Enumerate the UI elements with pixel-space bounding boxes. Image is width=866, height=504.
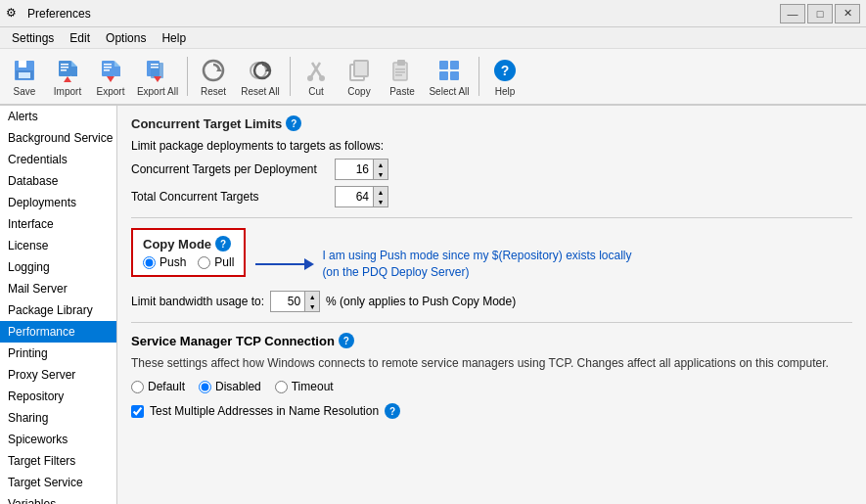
sidebar-item-variables[interactable]: Variables — [0, 493, 116, 504]
tcp-timeout-label[interactable]: Timeout — [275, 380, 334, 393]
bandwidth-row: Limit bandwidth usage to: ▲ ▼ % (only ap… — [131, 291, 852, 312]
sidebar-item-database[interactable]: Database — [0, 170, 116, 192]
sidebar-item-target-filters[interactable]: Target Filters — [0, 450, 116, 472]
export-button[interactable]: Export — [90, 52, 131, 101]
select-all-icon — [435, 57, 463, 84]
close-button[interactable]: ✕ — [835, 4, 860, 23]
svg-rect-8 — [61, 67, 68, 69]
svg-rect-15 — [104, 67, 112, 69]
sidebar-item-credentials[interactable]: Credentials — [0, 149, 116, 170]
reset-button[interactable]: Reset — [193, 52, 234, 101]
name-resolution-checkbox[interactable] — [131, 405, 144, 418]
total-concurrent-label: Total Concurrent Targets — [131, 190, 327, 204]
sidebar-item-printing[interactable]: Printing — [0, 343, 116, 364]
copy-mode-pull-radio[interactable] — [198, 256, 210, 269]
svg-rect-35 — [397, 60, 405, 66]
total-concurrent-row: Total Concurrent Targets 64 ▲ ▼ — [131, 186, 852, 207]
select-all-button[interactable]: Select All — [425, 52, 474, 101]
help-toolbar-icon: ? — [491, 57, 519, 84]
sidebar-item-logging[interactable]: Logging — [0, 256, 116, 278]
import-label: Import — [54, 86, 81, 97]
sidebar-item-background-service[interactable]: Background Service — [0, 127, 116, 149]
menu-settings[interactable]: Settings — [4, 29, 62, 47]
copy-mode-push-label[interactable]: Push — [143, 255, 186, 269]
svg-marker-17 — [107, 76, 114, 82]
sidebar-item-package-library[interactable]: Package Library — [0, 299, 116, 321]
cut-button[interactable]: Cut — [296, 52, 337, 101]
svg-rect-1 — [19, 61, 26, 68]
window-title: Preferences — [27, 7, 780, 21]
bandwidth-down[interactable]: ▼ — [305, 301, 319, 311]
menu-help[interactable]: Help — [154, 29, 194, 47]
copy-mode-help-icon[interactable]: ? — [215, 236, 231, 252]
sidebar-item-license[interactable]: License — [0, 235, 116, 256]
service-tcp-help-icon[interactable]: ? — [339, 333, 354, 348]
paste-label: Paste — [389, 86, 415, 97]
sidebar-item-spiceworks[interactable]: Spiceworks — [0, 429, 116, 450]
sidebar-item-proxy-server[interactable]: Proxy Server — [0, 364, 116, 386]
export-all-button[interactable]: Export All — [133, 52, 182, 101]
tcp-disabled-label[interactable]: Disabled — [199, 380, 261, 393]
total-concurrent-spinner[interactable]: 64 ▲ ▼ — [335, 186, 388, 207]
reset-all-label: Reset All — [241, 86, 279, 97]
svg-marker-5 — [71, 61, 77, 67]
total-concurrent-btns: ▲ ▼ — [373, 187, 387, 206]
tcp-disabled-radio[interactable] — [199, 381, 211, 393]
minimize-button[interactable]: — — [780, 4, 805, 23]
bandwidth-btns: ▲ ▼ — [304, 292, 319, 311]
sidebar-item-performance[interactable]: Performance — [0, 321, 116, 343]
import-button[interactable]: Import — [47, 52, 88, 101]
reset-label: Reset — [201, 86, 226, 97]
help-toolbar-button[interactable]: ? Help — [484, 52, 525, 101]
annotation-container: I am using Push mode since my $(Reposito… — [255, 248, 635, 281]
svg-rect-33 — [354, 61, 368, 76]
svg-rect-40 — [450, 61, 459, 69]
name-resolution-help-icon[interactable]: ? — [385, 403, 400, 419]
concurrent-per-deployment-up[interactable]: ▲ — [374, 160, 387, 169]
save-label: Save — [14, 86, 36, 97]
sidebar-item-repository[interactable]: Repository — [0, 386, 116, 407]
svg-point-30 — [307, 75, 313, 81]
arrow-line — [255, 263, 304, 265]
menu-options[interactable]: Options — [98, 29, 154, 47]
sidebar-item-interface[interactable]: Interface — [0, 213, 116, 235]
cut-icon — [302, 57, 330, 84]
total-concurrent-input[interactable]: 64 — [336, 187, 373, 206]
toolbar-sep-2 — [290, 57, 291, 96]
concurrent-per-deployment-spinner[interactable]: 16 ▲ ▼ — [335, 159, 388, 180]
total-concurrent-down[interactable]: ▼ — [374, 197, 387, 206]
bandwidth-input[interactable] — [271, 292, 304, 311]
bandwidth-spinner[interactable]: ▲ ▼ — [270, 291, 320, 312]
copy-mode-push-radio[interactable] — [143, 256, 156, 269]
menu-edit[interactable]: Edit — [62, 29, 98, 47]
tcp-default-radio[interactable] — [131, 381, 144, 393]
export-all-icon — [144, 57, 171, 84]
svg-rect-11 — [102, 61, 114, 76]
copy-mode-pull-label[interactable]: Pull — [198, 255, 234, 269]
concurrent-per-deployment-btns: ▲ ▼ — [373, 160, 387, 179]
sidebar-item-deployments[interactable]: Deployments — [0, 192, 116, 213]
reset-all-button[interactable]: Reset All — [236, 52, 285, 101]
copy-label: Copy — [347, 86, 370, 97]
app-icon: ⚙ — [6, 6, 22, 22]
reset-all-icon — [247, 57, 274, 84]
export-all-label: Export All — [137, 86, 178, 97]
tcp-timeout-radio[interactable] — [275, 381, 288, 393]
sidebar-item-target-service[interactable]: Target Service — [0, 472, 116, 493]
total-concurrent-up[interactable]: ▲ — [374, 187, 387, 197]
svg-marker-24 — [216, 68, 222, 71]
maximize-button[interactable]: □ — [807, 4, 833, 23]
save-button[interactable]: Save — [4, 52, 45, 101]
sidebar-item-sharing[interactable]: Sharing — [0, 407, 116, 429]
sidebar-item-mail-server[interactable]: Mail Server — [0, 278, 116, 299]
concurrent-targets-help-icon[interactable]: ? — [286, 115, 301, 131]
concurrent-per-deployment-input[interactable]: 16 — [336, 160, 373, 179]
svg-marker-10 — [64, 76, 71, 82]
paste-button[interactable]: Paste — [382, 52, 423, 101]
content-area: Concurrent Target Limits ? Limit package… — [117, 106, 866, 504]
tcp-default-label[interactable]: Default — [131, 380, 185, 393]
bandwidth-up[interactable]: ▲ — [305, 292, 319, 301]
concurrent-per-deployment-down[interactable]: ▼ — [374, 169, 387, 179]
sidebar-item-alerts[interactable]: Alerts — [0, 106, 116, 127]
copy-button[interactable]: Copy — [339, 52, 380, 101]
